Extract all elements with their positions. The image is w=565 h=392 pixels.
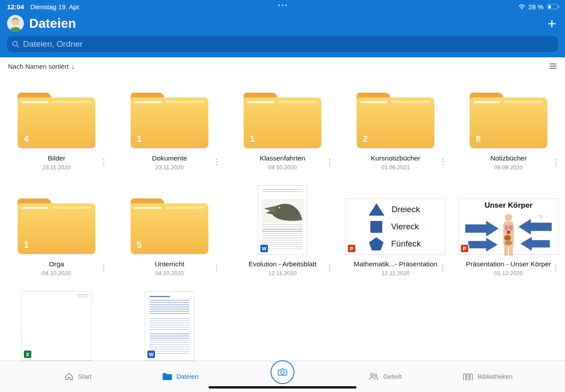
shape-label: Dreieck (392, 205, 420, 214)
grid-item-praesentation-unser-koerper[interactable]: Unser Körper (452, 184, 565, 290)
item-date: 04.10.2020 (113, 270, 226, 276)
more-button[interactable]: ⋮ (324, 264, 335, 272)
more-button[interactable]: ⋮ (550, 264, 561, 272)
search-field[interactable] (7, 36, 558, 52)
library-icon (462, 372, 474, 381)
home-icon (64, 372, 74, 381)
folder-icon: 1 (131, 93, 208, 148)
folder-icon: 1 (244, 93, 321, 148)
folder-icon: 4 (18, 93, 95, 148)
more-button[interactable]: ⋮ (98, 158, 109, 166)
camera-tab[interactable] (231, 369, 334, 384)
item-date: 01.12.2020 (452, 270, 565, 276)
item-name: Mathematik...- Präsentation (339, 260, 452, 268)
add-button[interactable]: + (547, 17, 556, 30)
folder-count: 2 (363, 134, 368, 144)
status-bar: 12:04 Dienstag 19. Apr. 28 % (0, 0, 565, 11)
shape-label: Fünfeck (391, 239, 421, 249)
status-time: 12:04 (7, 3, 24, 11)
camera-button[interactable] (271, 360, 294, 384)
excel-badge-icon: X (24, 351, 31, 358)
sort-label: Nach Namen sortiert (8, 63, 69, 70)
file-grid: 4 Bilder 23.11.2020 ⋮ 1 Dokumente 23.11.… (0, 78, 565, 392)
tab-start[interactable]: Start (26, 372, 129, 381)
item-name: Unterricht (113, 260, 226, 268)
word-doc-thumbnail: W (258, 185, 307, 255)
shape-label: Viereck (391, 222, 419, 231)
item-name: Klassenfahrten (226, 154, 339, 162)
battery-percent: 28 % (528, 3, 543, 11)
grid-item-unterricht[interactable]: 5 Unterricht 04.10.2020 ⋮ (113, 184, 226, 290)
grid-item-kursnotizbuecher[interactable]: 2 Kursnotizbücher 01.06.2021 ⋮ (339, 78, 452, 184)
square-shape (370, 221, 382, 233)
tab-label: Start (78, 373, 92, 380)
page-title: Dateien (29, 16, 76, 31)
status-date: Dienstag 19. Apr. (30, 3, 80, 11)
item-date: 12.11.2020 (226, 270, 339, 276)
folder-icon: 5 (131, 198, 208, 254)
more-button[interactable]: ⋮ (98, 264, 109, 272)
item-name: Kursnotizbücher (339, 154, 452, 162)
grid-item-mathematik-praesentation[interactable]: Dreieck Viereck Fünfeck P Mathematik...-… (339, 184, 452, 290)
grid-item-orga[interactable]: 1 Orga 04.10.2020 ⋮ (0, 184, 113, 290)
tab-bibliotheken[interactable]: Bibliotheken (436, 372, 539, 381)
grid-item-dokumente[interactable]: 1 Dokumente 23.11.2020 ⋮ (113, 78, 226, 184)
tab-label: Dateien (177, 373, 199, 380)
powerpoint-thumbnail: Unser Körper (458, 198, 559, 255)
item-name: Bilder (0, 154, 113, 162)
grid-item-evolution-arbeitsblatt[interactable]: W Evolution - Arbeitsblatt 12.11.2020 ⋮ (226, 184, 339, 290)
word-badge-icon: W (260, 245, 268, 252)
folder-icon: 8 (470, 93, 547, 148)
search-icon (11, 40, 19, 48)
item-date: 09.09.2020 (452, 164, 565, 171)
grid-item-notizbuecher[interactable]: 8 Notizbücher 09.09.2020 ⋮ (452, 78, 565, 184)
more-button[interactable]: ⋮ (211, 264, 222, 272)
tab-dateien[interactable]: Dateien (129, 372, 231, 381)
item-name: Orga (0, 260, 113, 268)
view-toggle-button[interactable] (549, 63, 557, 70)
item-date: 12.11.2020 (339, 270, 452, 276)
wifi-icon (518, 4, 526, 10)
tab-label: Bibliotheken (478, 373, 512, 380)
folder-icon (162, 372, 173, 381)
powerpoint-badge-icon: P (348, 245, 355, 252)
pentagon-shape (369, 237, 384, 250)
folder-icon: 1 (18, 198, 95, 254)
sort-control[interactable]: Nach Namen sortiert ↓ (8, 63, 75, 70)
folder-count: 4 (24, 134, 29, 144)
item-name: Evolution - Arbeitsblatt (226, 260, 339, 268)
triangle-shape (369, 203, 384, 216)
item-date: 01.06.2021 (339, 164, 452, 171)
search-area (0, 35, 565, 57)
more-button[interactable]: ⋮ (550, 158, 561, 166)
powerpoint-badge-icon: P (461, 245, 468, 252)
word-doc-thumbnail: W (145, 291, 194, 361)
more-button[interactable]: ⋮ (211, 158, 222, 166)
multitask-dots-icon (278, 4, 287, 6)
item-name: Dokumente (113, 154, 226, 162)
search-input[interactable] (23, 39, 554, 49)
dinosaur-image (262, 199, 303, 223)
app-header: 12:04 Dienstag 19. Apr. 28 % Dateien + (0, 0, 565, 57)
item-date: 04.10.2020 (0, 270, 113, 276)
folder-count: 1 (24, 240, 29, 250)
excel-thumbnail: X (21, 291, 92, 361)
item-date: 23.11.2020 (113, 164, 226, 171)
grid-item-klassenfahrten[interactable]: 1 Klassenfahrten 04.10.2020 ⋮ (226, 78, 339, 184)
item-date: 23.11.2020 (0, 164, 113, 171)
more-button[interactable]: ⋮ (437, 264, 448, 272)
folder-count: 5 (137, 240, 142, 250)
more-button[interactable]: ⋮ (437, 158, 448, 166)
folder-count: 1 (250, 134, 255, 144)
tab-geteilt[interactable]: Geteilt (334, 372, 436, 381)
home-indicator[interactable] (209, 386, 357, 388)
more-button[interactable]: ⋮ (324, 158, 335, 166)
grid-item-bilder[interactable]: 4 Bilder 23.11.2020 ⋮ (0, 78, 113, 184)
sort-row: Nach Namen sortiert ↓ (0, 57, 565, 75)
tab-label: Geteilt (383, 373, 402, 380)
body-diagram-image: ?! (459, 213, 558, 257)
user-avatar[interactable] (7, 15, 24, 32)
item-name: Präsentation - Unser Körper (452, 260, 565, 268)
camera-icon (277, 367, 288, 377)
slide-title: Unser Körper (459, 201, 558, 210)
